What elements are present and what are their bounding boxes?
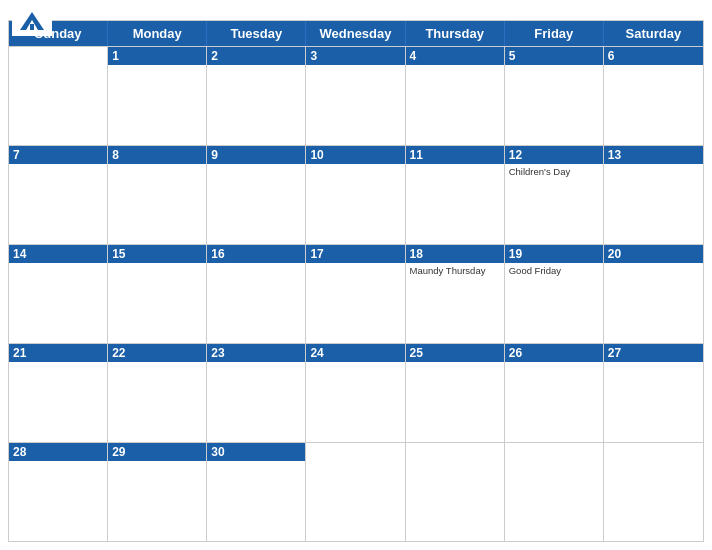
- day-cell: 6: [604, 47, 703, 145]
- day-cell: 7: [9, 146, 108, 244]
- day-header-wednesday: Wednesday: [306, 21, 405, 46]
- week-row-3: 21222324252627: [9, 343, 703, 442]
- day-number: 14: [9, 245, 107, 263]
- day-cell: 1: [108, 47, 207, 145]
- day-number: 4: [406, 47, 504, 65]
- day-cell: 28: [9, 443, 108, 541]
- day-cell: [505, 443, 604, 541]
- day-number: 27: [604, 344, 703, 362]
- day-header-monday: Monday: [108, 21, 207, 46]
- day-cell: [306, 443, 405, 541]
- logo-icon: [12, 8, 52, 36]
- day-number: 13: [604, 146, 703, 164]
- day-number: 18: [406, 245, 504, 263]
- day-number: 21: [9, 344, 107, 362]
- day-number: 9: [207, 146, 305, 164]
- event-label: Maundy Thursday: [410, 265, 500, 277]
- day-number: 23: [207, 344, 305, 362]
- day-header-tuesday: Tuesday: [207, 21, 306, 46]
- day-cell: 30: [207, 443, 306, 541]
- day-number: 16: [207, 245, 305, 263]
- week-row-4: 282930: [9, 442, 703, 541]
- day-cell: 10: [306, 146, 405, 244]
- day-cell: [604, 443, 703, 541]
- day-number: 1: [108, 47, 206, 65]
- day-number: 2: [207, 47, 305, 65]
- week-row-0: 123456: [9, 46, 703, 145]
- day-cell: 26: [505, 344, 604, 442]
- day-number: 26: [505, 344, 603, 362]
- day-cell: [9, 47, 108, 145]
- logo: [12, 8, 56, 36]
- day-cell: 3: [306, 47, 405, 145]
- day-number: 29: [108, 443, 206, 461]
- day-cell: 11: [406, 146, 505, 244]
- event-label: Children's Day: [509, 166, 599, 178]
- day-cell: 14: [9, 245, 108, 343]
- day-number: 28: [9, 443, 107, 461]
- day-number: 30: [207, 443, 305, 461]
- day-number: 22: [108, 344, 206, 362]
- day-cell: 19Good Friday: [505, 245, 604, 343]
- day-number: 10: [306, 146, 404, 164]
- day-cell: 24: [306, 344, 405, 442]
- day-number: 8: [108, 146, 206, 164]
- calendar-header: [0, 0, 712, 16]
- calendar-grid: SundayMondayTuesdayWednesdayThursdayFrid…: [8, 20, 704, 542]
- day-cell: 23: [207, 344, 306, 442]
- day-cell: 22: [108, 344, 207, 442]
- week-row-1: 789101112Children's Day13: [9, 145, 703, 244]
- day-number: 19: [505, 245, 603, 263]
- calendar-body: 123456789101112Children's Day13141516171…: [9, 46, 703, 541]
- day-header-friday: Friday: [505, 21, 604, 46]
- event-label: Good Friday: [509, 265, 599, 277]
- day-header-thursday: Thursday: [406, 21, 505, 46]
- day-headers-row: SundayMondayTuesdayWednesdayThursdayFrid…: [9, 21, 703, 46]
- day-number: 11: [406, 146, 504, 164]
- day-number: 24: [306, 344, 404, 362]
- calendar-page: SundayMondayTuesdayWednesdayThursdayFrid…: [0, 0, 712, 550]
- day-cell: 29: [108, 443, 207, 541]
- day-number: 7: [9, 146, 107, 164]
- day-cell: 25: [406, 344, 505, 442]
- day-cell: [406, 443, 505, 541]
- day-cell: 4: [406, 47, 505, 145]
- day-number: 25: [406, 344, 504, 362]
- day-cell: 13: [604, 146, 703, 244]
- day-cell: 5: [505, 47, 604, 145]
- day-number: 17: [306, 245, 404, 263]
- day-number: 15: [108, 245, 206, 263]
- day-cell: 8: [108, 146, 207, 244]
- day-number: 6: [604, 47, 703, 65]
- day-cell: 16: [207, 245, 306, 343]
- day-cell: 12Children's Day: [505, 146, 604, 244]
- day-number: 20: [604, 245, 703, 263]
- day-cell: 2: [207, 47, 306, 145]
- day-number: 12: [505, 146, 603, 164]
- svg-rect-3: [30, 24, 34, 30]
- day-cell: 21: [9, 344, 108, 442]
- day-header-saturday: Saturday: [604, 21, 703, 46]
- day-cell: 9: [207, 146, 306, 244]
- day-cell: 27: [604, 344, 703, 442]
- week-row-2: 1415161718Maundy Thursday19Good Friday20: [9, 244, 703, 343]
- day-number: 5: [505, 47, 603, 65]
- day-cell: 17: [306, 245, 405, 343]
- day-number: 3: [306, 47, 404, 65]
- day-cell: 15: [108, 245, 207, 343]
- day-cell: 18Maundy Thursday: [406, 245, 505, 343]
- day-cell: 20: [604, 245, 703, 343]
